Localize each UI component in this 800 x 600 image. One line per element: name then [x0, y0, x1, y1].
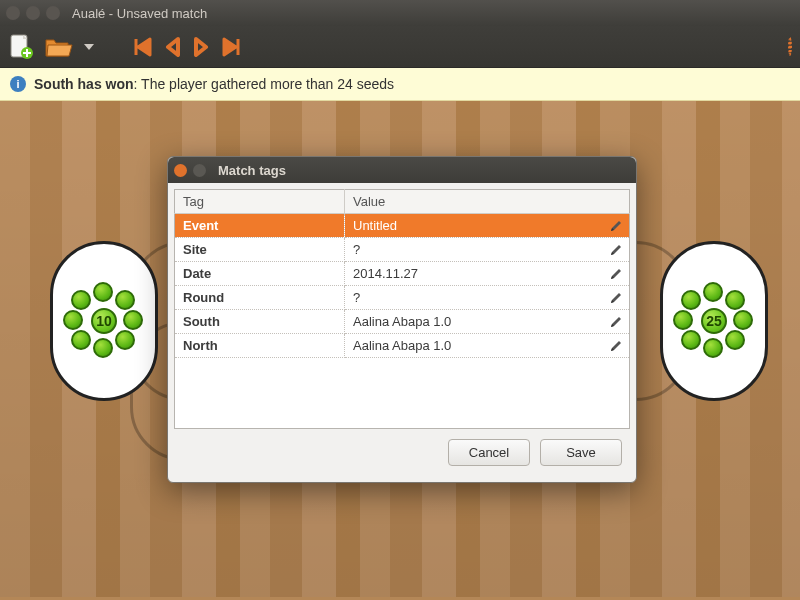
- tag-cell[interactable]: South: [175, 310, 345, 334]
- game-board: 10 25 Match tags Tag: [0, 101, 800, 597]
- tag-cell[interactable]: Site: [175, 238, 345, 262]
- edit-icon[interactable]: [609, 267, 623, 281]
- window-title: Aualé - Unsaved match: [72, 6, 207, 21]
- seed-count: 25: [701, 308, 727, 334]
- table-row[interactable]: Site?: [175, 238, 630, 262]
- nav-next-button[interactable]: [192, 37, 210, 57]
- store-pit-right[interactable]: 25: [660, 241, 768, 401]
- status-text: South has won: The player gathered more …: [34, 76, 394, 92]
- save-button[interactable]: Save: [540, 439, 622, 466]
- value-cell[interactable]: Untitled: [345, 214, 630, 238]
- store-pit-left[interactable]: 10: [50, 241, 158, 401]
- tag-cell[interactable]: North: [175, 334, 345, 358]
- open-file-button[interactable]: [44, 34, 74, 60]
- window-close-icon[interactable]: [6, 6, 20, 20]
- seed-cluster: 25: [675, 282, 753, 360]
- cancel-button[interactable]: Cancel: [448, 439, 530, 466]
- match-tags-dialog: Match tags Tag Value EventUntitledSite?D…: [167, 156, 637, 483]
- column-header-value[interactable]: Value: [345, 190, 630, 214]
- value-cell[interactable]: 2014.11.27: [345, 262, 630, 286]
- edit-icon[interactable]: [609, 291, 623, 305]
- table-row[interactable]: Round?: [175, 286, 630, 310]
- dialog-close-icon[interactable]: [174, 164, 187, 177]
- table-row[interactable]: SouthAalina Abapa 1.0: [175, 310, 630, 334]
- tag-cell[interactable]: Round: [175, 286, 345, 310]
- window-maximize-icon[interactable]: [46, 6, 60, 20]
- settings-button[interactable]: [788, 39, 792, 54]
- value-cell[interactable]: ?: [345, 238, 630, 262]
- value-cell[interactable]: ?: [345, 286, 630, 310]
- gear-icon: [788, 37, 792, 56]
- dialog-minimize-icon[interactable]: [193, 164, 206, 177]
- dialog-title: Match tags: [218, 163, 286, 178]
- edit-icon[interactable]: [609, 243, 623, 257]
- column-header-tag[interactable]: Tag: [175, 190, 345, 214]
- value-cell[interactable]: Aalina Abapa 1.0: [345, 334, 630, 358]
- tag-cell[interactable]: Event: [175, 214, 345, 238]
- table-row[interactable]: Date2014.11.27: [175, 262, 630, 286]
- window-minimize-icon[interactable]: [26, 6, 40, 20]
- open-dropdown-icon[interactable]: [84, 42, 94, 52]
- edit-icon[interactable]: [609, 219, 623, 233]
- edit-icon[interactable]: [609, 339, 623, 353]
- window-titlebar: Aualé - Unsaved match: [0, 0, 800, 26]
- value-cell[interactable]: Aalina Abapa 1.0: [345, 310, 630, 334]
- tag-cell[interactable]: Date: [175, 262, 345, 286]
- status-bar: i South has won: The player gathered mor…: [0, 68, 800, 101]
- nav-first-button[interactable]: [132, 37, 154, 57]
- nav-last-button[interactable]: [220, 37, 242, 57]
- tags-table: Tag Value EventUntitledSite?Date2014.11.…: [174, 189, 630, 429]
- main-toolbar: [0, 26, 800, 68]
- new-file-button[interactable]: [8, 33, 34, 61]
- seed-count: 10: [91, 308, 117, 334]
- table-row[interactable]: EventUntitled: [175, 214, 630, 238]
- dialog-titlebar[interactable]: Match tags: [168, 157, 636, 183]
- status-detail: : The player gathered more than 24 seeds: [134, 76, 394, 92]
- table-row[interactable]: NorthAalina Abapa 1.0: [175, 334, 630, 358]
- status-headline: South has won: [34, 76, 134, 92]
- seed-cluster: 10: [65, 282, 143, 360]
- edit-icon[interactable]: [609, 315, 623, 329]
- nav-prev-button[interactable]: [164, 37, 182, 57]
- info-icon: i: [10, 76, 26, 92]
